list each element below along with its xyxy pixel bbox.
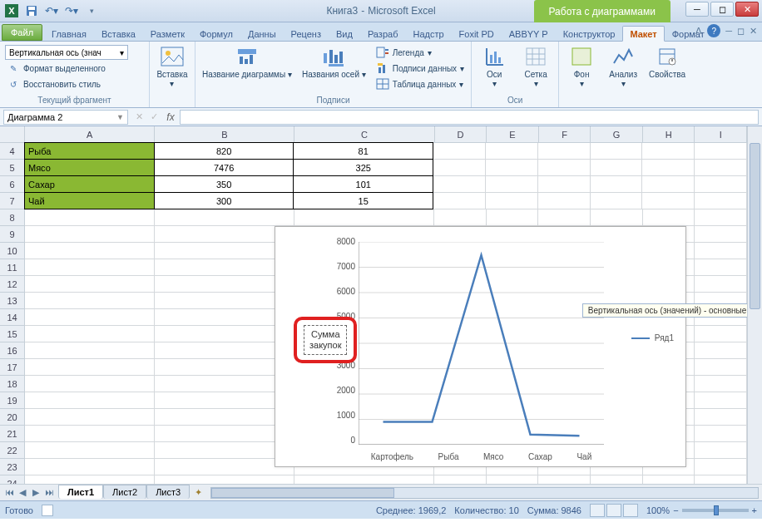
tab-abbyy[interactable]: ABBYY P [502,26,556,41]
cell[interactable] [25,426,155,442]
cell[interactable] [25,359,155,376]
row-header[interactable]: 17 [0,359,25,376]
cell[interactable] [25,459,155,475]
tab-formulas[interactable]: Формул [192,26,240,41]
horizontal-scrollbar[interactable] [210,487,759,499]
tab-addins[interactable]: Надстр [405,26,451,41]
column-headers[interactable]: ABCDEFGHI [25,126,747,143]
cell[interactable] [434,475,487,484]
row-header[interactable]: 21 [0,426,25,442]
cancel-formula-icon[interactable]: ✕ [131,111,146,122]
plot-area[interactable] [359,242,604,445]
cell[interactable] [695,342,747,359]
cell[interactable] [538,209,591,226]
col-header[interactable]: D [435,126,487,142]
row-header[interactable]: 15 [0,326,25,342]
row-header[interactable]: 6 [0,176,25,193]
legend[interactable]: Ряд1 [631,333,674,342]
cell[interactable] [695,459,747,475]
page-break-view-icon[interactable] [623,504,638,517]
cell[interactable] [25,392,155,409]
cell[interactable] [433,160,486,176]
cell[interactable] [591,143,643,160]
cell[interactable] [591,475,643,484]
cell[interactable] [642,143,695,160]
zoom-knob[interactable] [714,505,719,515]
tab-data[interactable]: Данны [240,26,284,41]
cell[interactable] [155,326,294,342]
col-header[interactable]: G [591,126,643,142]
col-header[interactable]: B [155,126,294,142]
tab-chart-layout[interactable]: Макет [622,26,664,42]
formula-input[interactable] [180,110,759,125]
new-sheet-icon[interactable]: ✦ [190,487,207,498]
reset-style-button[interactable]: ↺ Восстановить стиль [5,76,144,91]
cell[interactable] [486,176,538,193]
cell[interactable] [155,209,294,226]
cell[interactable] [25,259,155,276]
cell[interactable] [538,143,591,160]
cell[interactable] [695,426,747,442]
cell[interactable] [695,143,747,160]
insert-button[interactable]: Вставка▾ [153,43,191,90]
mdi-minimize-icon[interactable]: ─ [725,26,732,36]
col-header[interactable]: A [25,126,155,142]
cell[interactable] [591,193,643,209]
mdi-close-icon[interactable]: ✕ [750,26,757,37]
cell[interactable] [695,326,747,342]
cell[interactable] [25,342,155,359]
cell[interactable] [25,209,155,226]
cell[interactable] [155,409,294,426]
cell[interactable]: Чай [24,192,155,209]
cell[interactable] [25,309,155,326]
cell[interactable] [591,209,643,226]
cell[interactable] [433,193,486,209]
minimize-button[interactable]: ─ [685,2,709,17]
tab-foxit[interactable]: Foxit PD [452,26,502,41]
select-all-corner[interactable] [0,126,25,143]
sheet-tab-3[interactable]: Лист3 [146,485,190,499]
cell[interactable] [642,176,695,193]
col-header[interactable]: H [643,126,695,142]
cell[interactable] [25,276,155,293]
fx-icon[interactable]: fx [161,111,180,123]
cell[interactable] [25,409,155,426]
data-labels-button[interactable]: Подписи данных ▾ [374,61,466,76]
row-header[interactable]: 14 [0,309,25,326]
scroll-thumb[interactable] [750,143,760,309]
tab-design[interactable]: Конструктор [556,26,623,41]
cell[interactable] [643,475,695,484]
row-header[interactable]: 20 [0,409,25,426]
cell[interactable] [642,193,695,209]
accept-formula-icon[interactable]: ✓ [146,111,161,122]
row-header[interactable]: 22 [0,442,25,459]
cell[interactable] [155,426,294,442]
row-header[interactable]: 11 [0,259,25,276]
cell[interactable] [155,243,294,259]
cell[interactable] [155,392,294,409]
cell[interactable] [155,309,294,326]
tab-review[interactable]: Реценз [284,26,329,41]
chart-element-dropdown[interactable]: Вертикальная ось (знач▾ [5,45,128,60]
zoom-slider[interactable] [682,509,749,512]
cell[interactable] [25,475,155,484]
hscroll-thumb[interactable] [211,488,394,498]
tab-layout[interactable]: Разметк [143,26,192,41]
zoom-in-button[interactable]: + [752,505,757,515]
sheet-tab-1[interactable]: Лист1 [58,485,103,499]
cell[interactable]: Сахар [24,175,155,193]
row-header[interactable]: 24 [0,475,25,484]
sheet-last-icon[interactable]: ⏭ [43,487,55,498]
cell[interactable] [695,392,747,409]
cell[interactable] [294,209,434,226]
cell[interactable] [538,160,591,176]
macro-record-icon[interactable] [42,505,53,516]
cell[interactable] [155,226,294,243]
close-button[interactable]: ✕ [735,2,759,17]
cell[interactable] [591,160,643,176]
cell[interactable] [695,409,747,426]
view-switcher[interactable] [590,504,638,517]
cell[interactable]: Мясо [24,159,155,176]
row-header[interactable]: 7 [0,193,25,209]
cell[interactable] [25,376,155,392]
